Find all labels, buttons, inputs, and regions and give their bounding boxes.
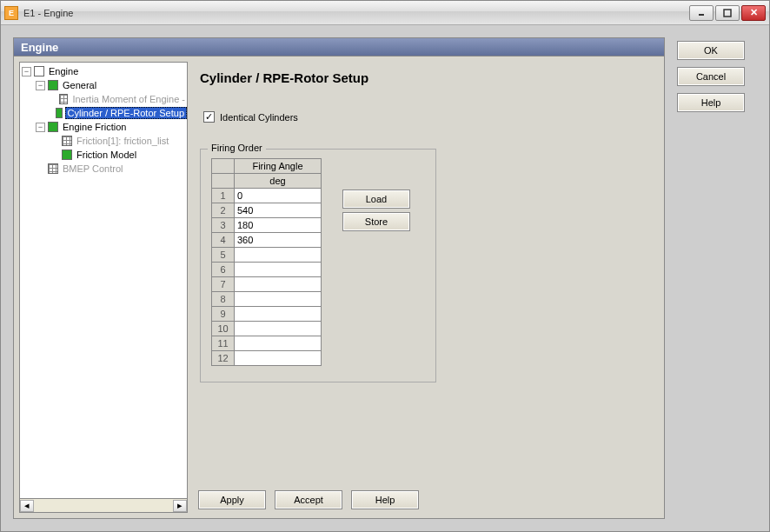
folder-icon (48, 80, 58, 90)
tree-node-inertia[interactable]: Inertia Moment of Engine - (48, 92, 187, 106)
bottom-buttons: Apply Accept Help (198, 490, 419, 509)
col-unit: deg (235, 174, 322, 189)
panel-title: Engine (13, 37, 665, 57)
identical-cylinders-checkbox[interactable]: ✓ (203, 111, 215, 123)
app-icon: E (4, 6, 18, 20)
tree-node-engine[interactable]: − Engine (20, 64, 187, 78)
cancel-button[interactable]: Cancel (677, 67, 745, 86)
firing-order-group: Firing Order Firing Angle deg 10 2540 31… (200, 149, 436, 382)
help-button[interactable]: Help (351, 490, 419, 509)
content-pane: Cylinder / RPE-Rotor Setup ✓ Identical C… (195, 62, 659, 513)
firing-order-buttons: Load Store (342, 190, 410, 231)
table-icon (48, 163, 58, 174)
table-icon (62, 136, 72, 146)
identical-cylinders-label: Identical Cylinders (220, 112, 298, 123)
table-icon (59, 94, 68, 104)
collapse-icon[interactable]: − (22, 67, 31, 76)
ok-button[interactable]: OK (677, 41, 745, 60)
scroll-right-icon[interactable]: ▸ (173, 500, 187, 512)
panel-body: − Engine − General (13, 57, 665, 519)
tree-node-friction-model[interactable]: Friction Model (48, 148, 187, 162)
apply-button[interactable]: Apply (198, 490, 266, 509)
firing-cell-6[interactable] (235, 263, 322, 277)
firing-cell-3[interactable]: 180 (235, 218, 322, 233)
collapse-icon[interactable]: − (36, 123, 45, 132)
window-controls: ✕ (687, 5, 766, 21)
folder-icon (48, 122, 58, 132)
close-icon: ✕ (750, 7, 758, 18)
firing-cell-9[interactable] (235, 307, 322, 322)
load-button[interactable]: Load (342, 190, 410, 209)
page-title: Cylinder / RPE-Rotor Setup (200, 70, 650, 85)
collapse-icon[interactable]: − (36, 81, 45, 90)
tree-node-friction[interactable]: − Engine Friction (34, 120, 187, 134)
minimize-button[interactable] (689, 5, 714, 21)
dialog-window: E E1 - Engine ✕ Engine − (0, 0, 770, 532)
item-icon (56, 108, 62, 118)
scroll-left-icon[interactable]: ◂ (20, 500, 34, 512)
main-panel: Engine − Engine (13, 37, 665, 519)
tree-container: − Engine − General (19, 62, 188, 513)
check-icon: ✓ (205, 112, 213, 122)
accept-button[interactable]: Accept (275, 490, 342, 509)
firing-cell-10[interactable] (235, 322, 322, 336)
firing-cell-8[interactable] (235, 292, 322, 307)
firing-cell-4[interactable]: 360 (235, 233, 322, 248)
firing-cell-5[interactable] (235, 248, 322, 263)
client-area: Engine − Engine (1, 25, 769, 531)
titlebar: E E1 - Engine ✕ (1, 1, 769, 25)
tree-node-general[interactable]: − General (34, 78, 187, 92)
firing-cell-1[interactable]: 0 (235, 189, 322, 203)
tree-node-cylinder[interactable]: Cylinder / RPE-Rotor Setup (48, 106, 187, 120)
store-button[interactable]: Store (342, 212, 410, 231)
dialog-buttons: OK Cancel Help (677, 37, 752, 519)
firing-cell-2[interactable]: 540 (235, 203, 322, 218)
maximize-button[interactable] (715, 5, 740, 21)
firing-cell-12[interactable] (235, 351, 322, 366)
dialog-help-button[interactable]: Help (677, 93, 745, 112)
firing-order-table: Firing Angle deg 10 2540 3180 4360 5 6 7… (211, 158, 322, 366)
tree-node-friction1[interactable]: Friction[1]: friction_list (48, 134, 187, 148)
svg-rect-1 (724, 10, 731, 17)
firing-order-legend: Firing Order (208, 143, 266, 153)
identical-cylinders-row: ✓ Identical Cylinders (203, 111, 650, 123)
item-icon (62, 150, 72, 160)
window-title: E1 - Engine (23, 8, 687, 18)
tree-scrollbar[interactable]: ◂ ▸ (19, 499, 188, 513)
col-header: Firing Angle (235, 159, 322, 174)
firing-cell-7[interactable] (235, 277, 322, 292)
engine-icon (34, 66, 44, 76)
nav-tree[interactable]: − Engine − General (19, 62, 188, 499)
firing-cell-11[interactable] (235, 336, 322, 351)
tree-node-bmep[interactable]: BMEP Control (34, 162, 187, 176)
close-button[interactable]: ✕ (741, 5, 766, 21)
